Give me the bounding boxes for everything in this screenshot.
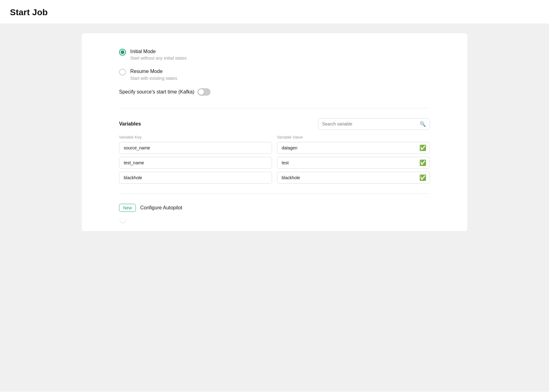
card: Initial Mode Start without any initial s… [82, 33, 467, 231]
initial-mode-text: Initial Mode Start without any initial s… [130, 48, 187, 61]
resume-mode-text: Resume Mode Start with existing states [130, 68, 177, 80]
resume-mode-sublabel: Start with existing states [130, 76, 177, 81]
variable-value-wrapper-2: ✅ [277, 157, 430, 169]
new-badge: New [119, 204, 136, 212]
mode-section: Initial Mode Start without any initial s… [119, 48, 430, 96]
kafka-toggle-label: Specify source's start time (Kafka) [119, 89, 194, 95]
kafka-toggle-switch[interactable] [197, 88, 210, 96]
variable-value-wrapper-3: ✅ [277, 172, 430, 184]
variables-title: Variables [119, 121, 141, 127]
autopilot-header: New Configure Autopilot [119, 204, 430, 212]
kafka-toggle-slider [197, 88, 210, 96]
variables-section: Variables 🔍 Variable Key Variable Value … [119, 118, 430, 184]
variable-value-1[interactable] [277, 142, 430, 154]
divider-1 [119, 108, 430, 108]
resume-mode-label: Resume Mode [130, 68, 177, 75]
initial-mode-sublabel: Start without any initial states [130, 56, 187, 61]
variable-value-2[interactable] [277, 157, 430, 169]
variable-value-wrapper-1: ✅ [277, 142, 430, 154]
autopilot-title: Configure Autopilot [140, 205, 182, 211]
variable-row: ✅ [119, 142, 430, 154]
search-box: 🔍 [318, 118, 430, 130]
variable-row: ✅ [119, 172, 430, 184]
page-title: Start Job [10, 7, 539, 17]
initial-mode-label: Initial Mode [130, 48, 187, 55]
main-content: Initial Mode Start without any initial s… [0, 24, 549, 391]
resume-mode-radio-circle [119, 69, 126, 75]
resume-mode-option[interactable]: Resume Mode Start with existing states [119, 68, 430, 80]
variable-value-3[interactable] [277, 172, 430, 184]
kafka-toggle-row: Specify source's start time (Kafka) [119, 88, 430, 96]
variable-row: ✅ [119, 157, 430, 169]
autopilot-section: New Configure Autopilot [119, 204, 430, 212]
col-header-value: Variable Value [277, 135, 430, 139]
variables-col-headers: Variable Key Variable Value [119, 135, 430, 139]
initial-mode-radio-circle [119, 49, 126, 56]
variable-key-1[interactable] [119, 142, 272, 154]
search-variable-input[interactable] [322, 121, 417, 126]
initial-mode-option[interactable]: Initial Mode Start without any initial s… [119, 48, 430, 61]
page-header: Start Job [0, 0, 549, 24]
col-header-key: Variable Key [119, 135, 272, 139]
divider-2 [119, 194, 430, 194]
search-icon: 🔍 [420, 121, 426, 127]
variable-key-3[interactable] [119, 172, 272, 184]
variables-header: Variables 🔍 [119, 118, 430, 130]
variable-key-2[interactable] [119, 157, 272, 169]
